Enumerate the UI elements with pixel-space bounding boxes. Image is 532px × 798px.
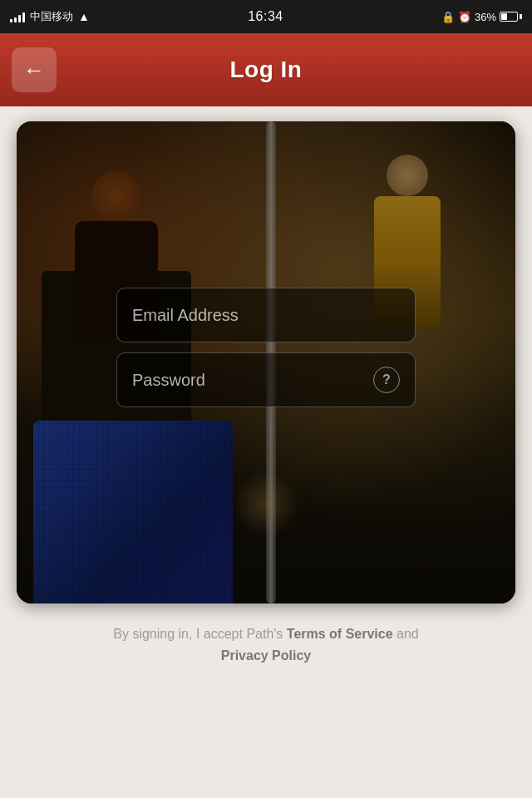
status-bar: 中国移动 ▲ 16:34 🔒 ⏰ 36% — [0, 0, 532, 33]
background-image: ? — [17, 121, 515, 603]
password-help-button[interactable]: ? — [373, 367, 400, 393]
clock: 16:34 — [248, 9, 283, 24]
battery-icon — [500, 12, 522, 22]
question-mark-icon: ? — [382, 372, 391, 387]
password-input[interactable] — [132, 371, 373, 390]
battery-percent: 36% — [475, 11, 496, 23]
password-field-container[interactable]: ? — [116, 352, 416, 407]
terms-text: By signing in, I accept Path's Terms of … — [88, 623, 443, 666]
alarm-icon: ⏰ — [458, 11, 471, 23]
status-left: 中国移动 ▲ — [10, 9, 90, 24]
wifi-icon: ▲ — [78, 10, 90, 23]
back-arrow-icon: ← — [23, 59, 45, 81]
terms-middle: and — [393, 627, 419, 641]
page-title: Log In — [230, 57, 303, 83]
status-right: 🔒 ⏰ 36% — [441, 11, 522, 23]
inputs-area: ? — [116, 288, 416, 407]
navbar: ← Log In — [0, 33, 532, 106]
back-button[interactable]: ← — [12, 47, 57, 92]
terms-of-service-link[interactable]: Terms of Service — [287, 627, 393, 641]
carrier-label: 中国移动 — [30, 9, 73, 24]
lock-icon: 🔒 — [441, 11, 455, 23]
signal-icon — [10, 11, 25, 22]
main-content: ? By signing in, I accept Path's Terms o… — [0, 106, 532, 798]
terms-prefix: By signing in, I accept Path's — [113, 627, 287, 641]
password-row: ? — [132, 367, 400, 393]
privacy-policy-link[interactable]: Privacy Policy — [221, 648, 312, 663]
email-input[interactable] — [132, 306, 400, 325]
email-field-container[interactable] — [116, 288, 416, 342]
